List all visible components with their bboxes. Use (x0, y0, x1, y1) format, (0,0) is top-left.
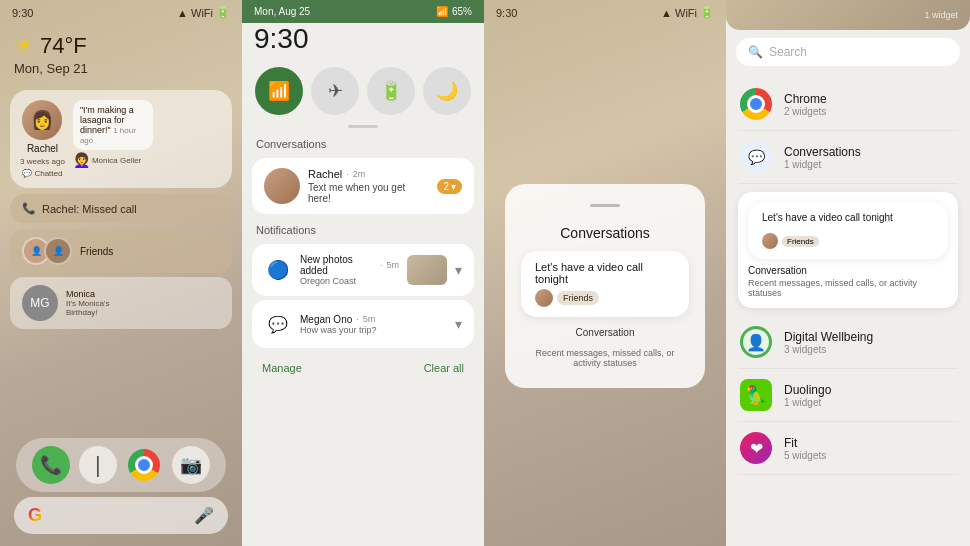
fit-count: 5 widgets (784, 450, 958, 461)
rachel-badge: 2 ▾ (437, 179, 462, 194)
expand-icon[interactable]: ▾ (455, 262, 462, 278)
megan-name: Megan Ono (300, 314, 352, 325)
video-call-bubble[interactable]: Let's have a video call tonight Friends (521, 251, 689, 317)
duolingo-item[interactable]: 🦜 Duolingo 1 widget (738, 369, 958, 422)
duolingo-info: Duolingo 1 widget (784, 383, 958, 408)
dw-info: Digital Wellbeing 3 widgets (784, 330, 958, 355)
megan-dot: · (356, 314, 359, 324)
google-g: G (28, 505, 42, 526)
monica-sub: It's Monica's (66, 299, 110, 308)
p3-status-icons: ▲ WiFi 🔋 (661, 6, 714, 19)
chrome-logo (740, 88, 772, 120)
wifi-status-icon: 📶 (436, 6, 448, 17)
dock: 📞 | 📷 (16, 438, 226, 492)
photos-title: New photos added (300, 254, 376, 276)
conversations-widget-count: 1 widget (784, 159, 958, 170)
dw-count: 3 widgets (784, 344, 958, 355)
chrome-widget-item[interactable]: Chrome 2 widgets (738, 78, 958, 131)
photos-time: · (380, 260, 383, 270)
home-search-bar[interactable]: G 🎤 (14, 497, 228, 534)
preview-title: Conversation (748, 265, 948, 276)
photos-header: New photos added · 5m (300, 254, 399, 276)
fit-info: Fit 5 widgets (784, 436, 958, 461)
moon-tile[interactable]: 🌙 (423, 67, 471, 115)
conversations-preview-card: Let's have a video call tonight Friends … (738, 192, 958, 308)
rachel-conv-time: · (346, 169, 349, 179)
megan-info: Megan Ono · 5m How was your trip? (300, 314, 447, 335)
p2-time: 9:30 (242, 23, 484, 61)
photos-thumbnail (407, 255, 447, 285)
friends-widget[interactable]: 👤 👤 Friends (10, 229, 232, 273)
p2-status-icons: 📶 65% (436, 6, 472, 17)
rachel-conversation-card[interactable]: Rachel · 2m Text me when you get here! 2… (252, 158, 474, 214)
status-icons-p1: ▲ WiFi 🔋 (177, 6, 230, 19)
conversations-widget-panel: 9:30 ▲ WiFi 🔋 Conversations Let's have a… (484, 0, 726, 546)
fit-name: Fit (784, 436, 958, 450)
rachel-name: Rachel (27, 143, 58, 154)
megan-notification[interactable]: 💬 Megan Ono · 5m How was your trip? ▾ (252, 300, 474, 348)
photos-notification[interactable]: 🔵 New photos added · 5m Oregon Coast ▾ (252, 244, 474, 296)
battery-icon: 🔋 (216, 6, 230, 19)
chrome-widget-name: Chrome (784, 92, 958, 106)
conversations-widget-card: Conversations Let's have a video call to… (505, 184, 705, 388)
monica-avatar: MG (22, 285, 58, 321)
manage-button[interactable]: Manage (262, 362, 302, 374)
conversations-widget-info: Conversations 1 widget (784, 145, 958, 170)
dock-chrome-icon[interactable] (125, 446, 163, 484)
battery-status: 65% (452, 6, 472, 17)
photos-sub: Oregon Coast (300, 276, 399, 286)
monica-widget[interactable]: MG Monica It's Monica's Birthday! (10, 277, 232, 329)
scroll-indicator (348, 125, 378, 128)
p3-time: 9:30 (496, 7, 517, 19)
fit-item[interactable]: ❤ Fit 5 widgets (738, 422, 958, 475)
rachel-conv-avatar (264, 168, 300, 204)
missed-call-widget[interactable]: 📞 Rachel: Missed call (10, 194, 232, 223)
dock-camera-icon[interactable]: 📷 (172, 446, 210, 484)
monica-event: Birthday! (66, 308, 110, 317)
digital-wellbeing-item[interactable]: 👤 Digital Wellbeing 3 widgets (738, 316, 958, 369)
airplane-tile[interactable]: ✈ (311, 67, 359, 115)
rachel-conv-time-val: 2m (353, 169, 366, 179)
dock-assistant-icon[interactable]: | (79, 446, 117, 484)
widget-scroll-indicator (590, 204, 620, 207)
megan-msg: How was your trip? (300, 325, 447, 335)
speech-sender: 👩‍🦱 Monica Geller (73, 152, 222, 168)
weather-icon: ☀ (14, 33, 34, 59)
preview-sender-avatar (762, 233, 778, 249)
preview-bubble: Let's have a video call tonight Friends (748, 202, 948, 259)
friends-avatar-group: 👤 👤 (22, 237, 72, 265)
clear-all-button[interactable]: Clear all (424, 362, 464, 374)
conversations-section-label: Conversations (242, 132, 484, 154)
missed-call-icon: 📞 (22, 202, 36, 215)
widget-title: Conversations (560, 225, 650, 241)
photos-time-val: 5m (386, 260, 399, 270)
missed-call-text: Rachel: Missed call (42, 203, 137, 215)
dock-phone-icon[interactable]: 📞 (32, 446, 70, 484)
status-bar-p3: 9:30 ▲ WiFi 🔋 (484, 0, 726, 25)
rachel-conv-info: Rachel · 2m Text me when you get here! (308, 168, 429, 204)
widget-preview-area: Conversations Let's have a video call to… (465, 25, 745, 546)
chrome-widget-count: 2 widgets (784, 106, 958, 117)
contacts-widget[interactable]: 👩 Rachel 3 weeks ago 💬 Chatted "I'm maki… (10, 90, 232, 188)
notification-actions: Manage Clear all (242, 352, 484, 384)
search-input[interactable]: Search (769, 45, 948, 59)
quick-tiles: 📶 ✈ 🔋 🌙 (242, 61, 484, 121)
chevron-down-icon: ▾ (451, 181, 456, 192)
rachel-contact[interactable]: 👩 Rachel 3 weeks ago 💬 Chatted (20, 100, 65, 178)
battery-tile[interactable]: 🔋 (367, 67, 415, 115)
widget-search-bar[interactable]: 🔍 Search (736, 38, 960, 66)
home-screen-panel: 9:30 ▲ WiFi 🔋 ☀ 74°F Mon, Sep 21 👩 Rache… (0, 0, 242, 546)
widget-desc: Recent messages, missed calls, or activi… (521, 348, 689, 368)
rachel-avatar: 👩 (22, 100, 62, 140)
preview-sender: Friends (762, 233, 819, 249)
mic-icon[interactable]: 🎤 (194, 506, 214, 525)
more-widgets-list: 👤 Digital Wellbeing 3 widgets 🦜 Duolingo… (726, 312, 970, 479)
p2-date: Mon, Aug 25 (254, 6, 310, 17)
conversations-widget-item[interactable]: 💬 Conversations 1 widget (738, 131, 958, 184)
p3-signal-icon: ▲ (661, 7, 672, 19)
wifi-tile[interactable]: 📶 (255, 67, 303, 115)
megan-expand-icon[interactable]: ▾ (455, 316, 462, 332)
rachel-conv-msg: Text me when you get here! (308, 182, 429, 204)
monica-info: Monica It's Monica's Birthday! (66, 289, 110, 317)
weather-widget: ☀ 74°F Mon, Sep 21 (0, 25, 242, 84)
